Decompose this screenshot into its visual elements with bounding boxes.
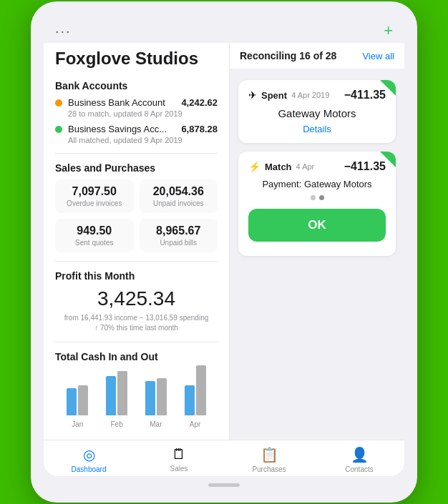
spent-date: 4 Apr 2019 bbox=[291, 91, 329, 99]
profit-value: 3,425.34 bbox=[55, 287, 218, 310]
sent-quotes-value: 949.50 bbox=[62, 224, 127, 237]
account-name-business: Business Bank Account 4,242.62 bbox=[68, 97, 218, 108]
nav-sales[interactable]: 🗒 Sales bbox=[134, 446, 224, 473]
account-name-savings: Business Savings Acc... 6,878.28 bbox=[68, 124, 218, 134]
sales-title: Sales and Purchases bbox=[55, 162, 218, 174]
chart-title: Total Cash In and Out bbox=[55, 351, 218, 362]
bar-jan-gray bbox=[78, 385, 88, 415]
match-card-header: ⚡ Match 4 Apr −411.35 bbox=[248, 160, 386, 173]
purchases-label: Purchases bbox=[252, 465, 286, 473]
bar-mar-gray bbox=[157, 378, 167, 415]
sales-grid: 7,097.50 Overdue invoices 20,054.36 Unpa… bbox=[55, 179, 218, 252]
bank-accounts-title: Bank Accounts bbox=[55, 80, 218, 92]
dot-ind-2 bbox=[319, 195, 324, 200]
details-link[interactable]: Details bbox=[248, 124, 386, 134]
ok-button[interactable]: OK bbox=[248, 209, 386, 242]
dashboard-label: Dashboard bbox=[72, 465, 107, 473]
unpaid-bills-value: 8,965.67 bbox=[147, 224, 211, 237]
spent-type: ✈ Spent 4 Apr 2019 bbox=[248, 89, 329, 101]
profit-sub: from 16,441.93 income − 13,016.59 spendi… bbox=[55, 313, 218, 333]
nav-dashboard[interactable]: ◎ Dashboard bbox=[44, 446, 134, 473]
view-all-link[interactable]: View all bbox=[362, 51, 394, 61]
match-icon: ⚡ bbox=[248, 161, 260, 172]
dot-ind-1 bbox=[311, 195, 316, 200]
account-sub-business: 28 to match, updated 8 Apr 2019 bbox=[68, 109, 218, 118]
orange-dot bbox=[55, 99, 62, 107]
match-merchant: Payment: Gateway Motors bbox=[248, 179, 386, 189]
transaction-cards: ✈ Spent 4 Apr 2019 −411.35 Gateway Motor… bbox=[230, 74, 404, 440]
spent-card-header: ✈ Spent 4 Apr 2019 −411.35 bbox=[248, 89, 386, 102]
bottom-nav: ◎ Dashboard 🗒 Sales 📋 Purchases 👤 Contac… bbox=[44, 440, 404, 476]
spent-label: Spent bbox=[261, 90, 287, 101]
bar-mar-blue bbox=[145, 381, 155, 415]
nav-purchases[interactable]: 📋 Purchases bbox=[224, 446, 314, 473]
divider-2 bbox=[55, 261, 218, 262]
main-content: Foxglove Studios Bank Accounts Business … bbox=[44, 43, 404, 440]
overdue-invoices-value: 7,097.50 bbox=[62, 185, 127, 198]
bar-feb-label: Feb bbox=[111, 420, 123, 428]
app-title: Foxglove Studios bbox=[55, 49, 218, 69]
bar-feb-gray bbox=[117, 371, 127, 415]
dots-indicator bbox=[248, 195, 386, 200]
bar-apr-blue bbox=[185, 385, 195, 415]
left-panel: Foxglove Studios Bank Accounts Business … bbox=[44, 43, 230, 440]
bank-account-item-business[interactable]: Business Bank Account 4,242.62 28 to mat… bbox=[55, 97, 218, 118]
bar-apr: Apr bbox=[185, 365, 206, 428]
unpaid-bills-label: Unpaid bills bbox=[147, 239, 211, 247]
bar-jan: Jan bbox=[67, 385, 88, 428]
home-bar bbox=[208, 483, 240, 487]
bank-account-item-savings[interactable]: Business Savings Acc... 6,878.28 All mat… bbox=[55, 124, 218, 144]
bar-jan-blue bbox=[67, 388, 77, 415]
contacts-label: Contacts bbox=[345, 465, 373, 473]
bar-mar-label: Mar bbox=[150, 420, 162, 428]
contacts-icon: 👤 bbox=[351, 446, 369, 463]
match-card: ⚡ Match 4 Apr −411.35 Payment: Gateway M… bbox=[238, 152, 396, 256]
divider-3 bbox=[55, 342, 218, 342]
sales-icon: 🗒 bbox=[172, 446, 186, 463]
match-type: ⚡ Match 4 Apr bbox=[248, 161, 314, 172]
reconcile-header: Reconciling 16 of 28 View all bbox=[230, 43, 404, 69]
cash-chart: Jan Feb Mar bbox=[55, 371, 218, 428]
account-info-business: Business Bank Account 4,242.62 28 to mat… bbox=[68, 97, 218, 118]
spent-icon: ✈ bbox=[248, 89, 257, 101]
unpaid-invoices-cell: 20,054.36 Unpaid invoices bbox=[140, 179, 218, 213]
green-dot bbox=[55, 126, 62, 133]
dashboard-icon: ◎ bbox=[83, 446, 95, 463]
bar-apr-gray bbox=[196, 365, 206, 415]
right-panel: Reconciling 16 of 28 View all ✈ Spent 4 … bbox=[230, 43, 404, 440]
overdue-invoices-label: Overdue invoices bbox=[62, 199, 127, 207]
sales-label: Sales bbox=[170, 465, 188, 473]
unpaid-invoices-label: Unpaid invoices bbox=[147, 199, 211, 207]
sent-quotes-label: Sent quotes bbox=[62, 239, 127, 247]
spent-card: ✈ Spent 4 Apr 2019 −411.35 Gateway Motor… bbox=[238, 80, 396, 143]
profit-title: Profit this Month bbox=[55, 270, 218, 282]
match-label: Match bbox=[265, 162, 292, 172]
nav-contacts[interactable]: 👤 Contacts bbox=[314, 446, 404, 473]
top-bar: ··· + bbox=[44, 14, 404, 43]
purchases-icon: 📋 bbox=[260, 446, 278, 463]
sent-quotes-cell: 949.50 Sent quotes bbox=[55, 219, 134, 252]
bar-feb-blue bbox=[106, 376, 116, 415]
bar-jan-label: Jan bbox=[72, 420, 83, 428]
device: ··· + Foxglove Studios Bank Accounts Bus… bbox=[31, 1, 417, 503]
card-corner-spent bbox=[380, 80, 396, 96]
account-info-savings: Business Savings Acc... 6,878.28 All mat… bbox=[68, 124, 218, 144]
account-sub-savings: All matched, updated 9 Apr 2019 bbox=[68, 136, 218, 144]
spent-merchant: Gateway Motors bbox=[248, 107, 386, 119]
divider-1 bbox=[55, 153, 218, 154]
bar-feb: Feb bbox=[106, 371, 127, 428]
reconcile-title: Reconciling 16 of 28 bbox=[240, 50, 336, 61]
unpaid-bills-cell: 8,965.67 Unpaid bills bbox=[140, 219, 218, 252]
card-corner-match bbox=[380, 152, 396, 167]
bar-mar: Mar bbox=[145, 378, 167, 428]
bar-apr-label: Apr bbox=[190, 420, 201, 428]
screen: ··· + Foxglove Studios Bank Accounts Bus… bbox=[44, 14, 404, 476]
add-button[interactable]: + bbox=[384, 21, 393, 40]
unpaid-invoices-value: 20,054.36 bbox=[147, 185, 211, 198]
menu-dots[interactable]: ··· bbox=[55, 23, 72, 39]
home-indicator bbox=[44, 476, 404, 490]
overdue-invoices-cell: 7,097.50 Overdue invoices bbox=[55, 179, 134, 213]
match-date: 4 Apr bbox=[296, 162, 315, 171]
